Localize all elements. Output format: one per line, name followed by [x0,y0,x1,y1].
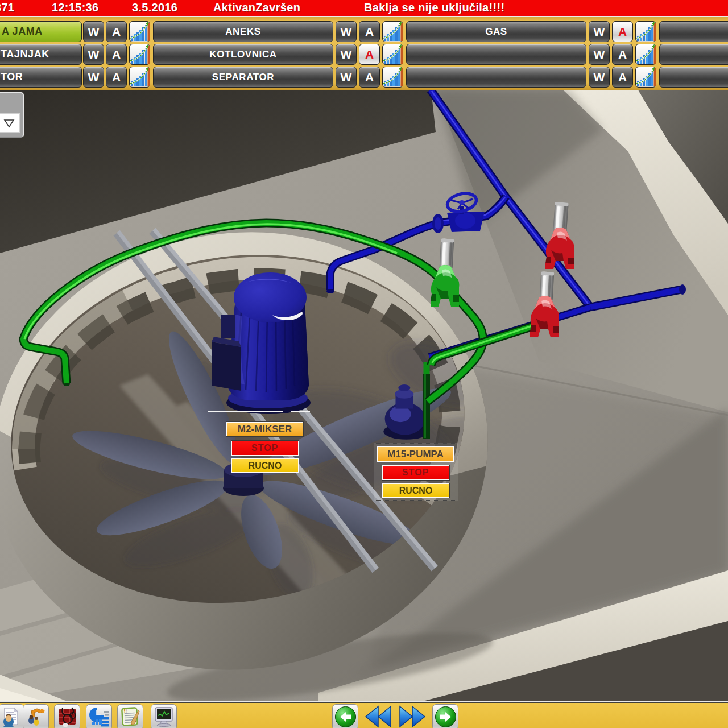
svg-text:!!: !! [123,708,127,713]
